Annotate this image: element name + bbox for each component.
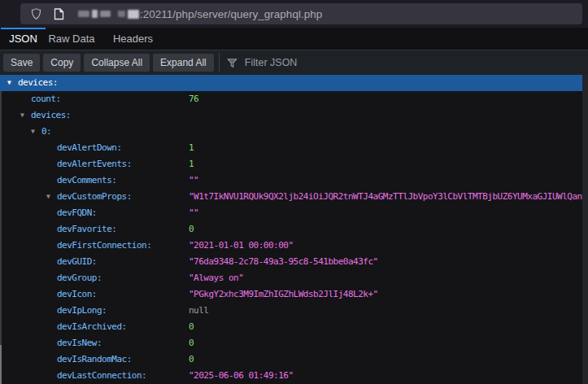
json-value: null — [189, 303, 209, 319]
json-root-row[interactable]: ▼devices: — [0, 75, 582, 91]
json-value: 1 — [189, 140, 194, 156]
json-key: devFirstConnection: — [57, 240, 151, 251]
json-row[interactable]: devFavorite:0 — [0, 221, 582, 238]
json-row[interactable]: devAlertDown:1 — [0, 140, 582, 156]
tab-headers-label: Headers — [113, 33, 153, 45]
json-row[interactable]: devIsRandomMac:0 — [0, 351, 582, 368]
json-key: devComments: — [57, 175, 116, 185]
json-row[interactable]: devAlertEvents:1 — [0, 156, 582, 172]
json-row[interactable]: ▼devCustomProps:"W1t7IkNVU1RQUk9QX2ljb24… — [0, 189, 582, 205]
json-key: devAlertEvents: — [57, 159, 132, 169]
json-key: 0: — [41, 126, 51, 137]
json-value: "W1t7IkNVU1RQUk9QX2ljb24iOiJQR2tnWTJ4aGM… — [189, 189, 582, 205]
json-value: "PGkgY2xhc3M9ImZhIGZhLWdsb2JlIj48L2k+" — [189, 286, 378, 303]
twisty-icon[interactable]: ▼ — [31, 124, 41, 140]
json-key: devIcon: — [57, 289, 97, 299]
json-value: 0 — [189, 335, 194, 351]
shield-icon[interactable] — [28, 7, 44, 20]
json-value: "76da9348-2c78-49a3-95c8-541bbe0a43fc" — [189, 254, 378, 270]
json-key: devices: — [18, 77, 58, 88]
active-tab-indicator — [1, 28, 46, 29]
json-key: devIsArchived: — [57, 321, 127, 332]
browser-chrome: :20211/php/server/query_graphql.php — [0, 0, 588, 28]
json-row[interactable]: devIsNew:0 — [0, 335, 582, 351]
json-row[interactable]: devIpLong:null — [0, 303, 582, 319]
json-value: 0 — [189, 319, 194, 335]
page-icon[interactable] — [50, 8, 67, 20]
filter-json-input[interactable] — [243, 56, 588, 69]
json-value: 0 — [189, 351, 194, 368]
json-row[interactable]: devGUID:"76da9348-2c78-49a3-95c8-541bbe0… — [0, 254, 582, 270]
json-key: devGroup: — [57, 273, 102, 283]
collapse-all-button[interactable]: Collapse All — [84, 54, 150, 72]
json-row[interactable]: count:76 — [0, 91, 582, 107]
jsonviewer-toolbar: Save Copy Collapse All Expand All — [0, 50, 588, 75]
json-row[interactable]: devFQDN:"" — [0, 205, 582, 221]
json-row[interactable]: devComments:"" — [0, 172, 582, 189]
json-value: 0 — [189, 221, 194, 238]
json-value: "2025-06-06 01:49:16" — [189, 368, 294, 384]
json-value: "" — [189, 205, 198, 221]
tab-raw-data-label: Raw Data — [48, 33, 94, 45]
json-key: count: — [31, 94, 61, 104]
json-key: devCustomProps: — [57, 191, 132, 202]
json-row[interactable]: devIsArchived:0 — [0, 319, 582, 335]
funnel-icon — [227, 58, 237, 68]
redacted-host — [78, 10, 139, 19]
tab-json-label: JSON — [9, 33, 37, 45]
json-row[interactable]: devFirstConnection:"2021-01-01 00:00:00" — [0, 238, 582, 254]
copy-button[interactable]: Copy — [43, 54, 81, 72]
tab-json[interactable]: JSON — [0, 28, 46, 50]
json-key: devFQDN: — [57, 207, 97, 218]
json-row[interactable]: devIcon:"PGkgY2xhc3M9ImZhIGZhLWdsb2JlIj4… — [0, 286, 582, 303]
json-value: "Always on" — [189, 270, 243, 286]
json-row[interactable]: ▼0: — [0, 124, 582, 140]
json-key: devIsRandomMac: — [57, 354, 132, 364]
json-rows: count:76▼devices:▼0:devAlertDown:1devAle… — [0, 91, 582, 384]
json-key: devFavorite: — [57, 224, 116, 234]
save-button[interactable]: Save — [3, 54, 40, 72]
json-key: devIpLong: — [57, 305, 107, 316]
json-value: 76 — [189, 91, 198, 107]
json-tree: ▼devices: count:76▼devices:▼0:devAlertDo… — [0, 75, 582, 384]
url-bar[interactable]: :20211/php/server/query_graphql.php — [20, 3, 582, 24]
toolbar-separator — [219, 53, 220, 72]
expand-all-button[interactable]: Expand All — [153, 54, 214, 72]
json-value: 1 — [189, 156, 194, 172]
twisty-icon[interactable]: ▼ — [7, 75, 18, 91]
json-key: devIsNew: — [57, 338, 102, 348]
json-row[interactable]: devLastConnection:"2025-06-06 01:49:16" — [0, 368, 582, 384]
json-value: "2021-01-01 00:00:00" — [189, 238, 294, 254]
twisty-icon[interactable]: ▼ — [46, 189, 57, 205]
json-key: devGUID: — [57, 256, 97, 267]
json-key: devAlertDown: — [57, 142, 122, 153]
vertical-scrollbar[interactable] — [582, 75, 588, 384]
twisty-icon[interactable]: ▼ — [20, 107, 31, 124]
left-edge-line — [0, 91, 2, 345]
json-row[interactable]: ▼devices: — [0, 107, 582, 124]
jsonviewer-tabbar: JSON Raw Data Headers — [0, 28, 588, 50]
json-key: devLastConnection: — [57, 370, 146, 381]
json-key: devices: — [31, 110, 71, 120]
url-text[interactable]: :20211/php/server/query_graphql.php — [140, 8, 322, 20]
json-row[interactable]: devGroup:"Always on" — [0, 270, 582, 286]
json-value: "" — [189, 172, 198, 189]
tab-headers[interactable]: Headers — [102, 28, 164, 50]
left-edge-line-bright — [0, 345, 2, 384]
tab-raw-data[interactable]: Raw Data — [46, 28, 97, 50]
